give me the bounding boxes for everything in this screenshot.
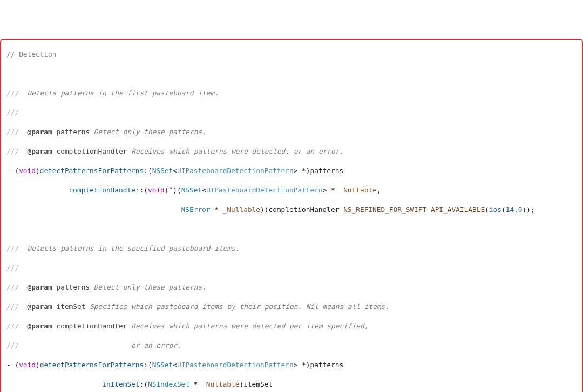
doc-brief: Detects patterns in the specified pasteb…	[28, 244, 240, 252]
code-line[interactable]: /// Detects patterns in the first pasteb…	[1, 88, 582, 98]
code-line[interactable]: /// @param completionHandler Receives wh…	[1, 321, 582, 331]
code-line[interactable]: NSError * _Nullable))completionHandler N…	[1, 205, 582, 215]
code-line[interactable]: ///	[1, 108, 582, 118]
code-line[interactable]: /// @param patterns Detect only these pa…	[1, 283, 582, 292]
code-line[interactable]: ///	[1, 263, 582, 273]
code-line[interactable]	[1, 69, 582, 79]
code-line[interactable]: inItemSet:(NSIndexSet * _Nullable)itemSe…	[1, 380, 582, 389]
code-line[interactable]: - (void)detectPatternsForPatterns:(NSSet…	[1, 360, 582, 370]
code-line[interactable]: /// or an error.	[1, 341, 582, 350]
code-line[interactable]: completionHandler:(void(^)(NSSet<UIPaste…	[1, 185, 582, 195]
highlighted-code-region: // Detection /// Detects patterns in the…	[0, 39, 583, 392]
code-line[interactable]	[1, 224, 582, 234]
code-line[interactable]: - (void)detectPatternsForPatterns:(NSSet…	[1, 166, 582, 176]
doc-brief: Detects patterns in the first pasteboard…	[28, 89, 219, 97]
code-line[interactable]: /// Detects patterns in the specified pa…	[1, 244, 582, 253]
code-line[interactable]: /// @param completionHandler Receives wh…	[1, 147, 582, 156]
code-line[interactable]: /// @param itemSet Specifies which paste…	[1, 302, 582, 312]
section-header-comment: Detection	[19, 50, 56, 58]
code-line[interactable]: /// @param patterns Detect only these pa…	[1, 127, 582, 137]
code-line[interactable]: // Detection	[1, 50, 582, 59]
